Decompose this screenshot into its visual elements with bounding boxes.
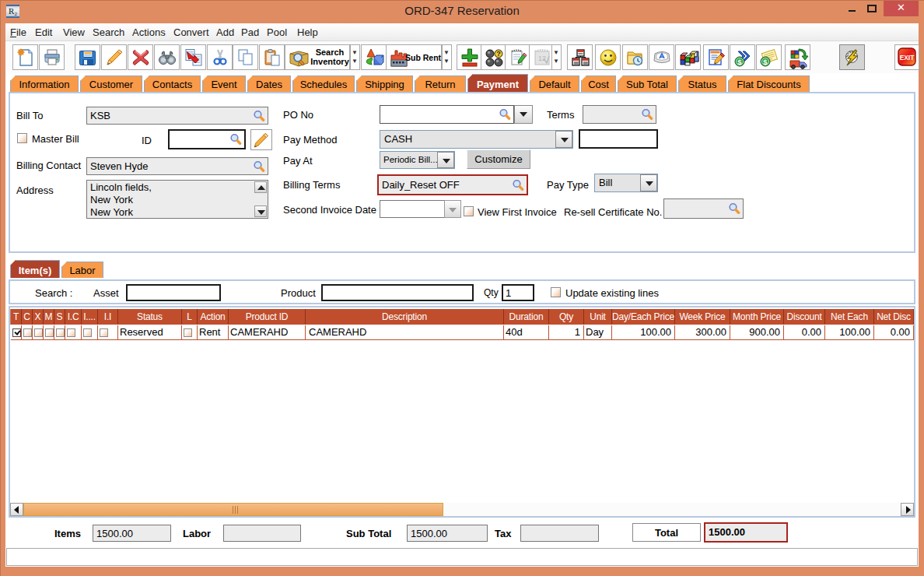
svg-text:EXIT: EXIT bbox=[900, 54, 915, 61]
svg-text:$: $ bbox=[763, 58, 768, 66]
svg-text:?: ? bbox=[496, 50, 501, 58]
svg-text:$: $ bbox=[737, 58, 742, 66]
